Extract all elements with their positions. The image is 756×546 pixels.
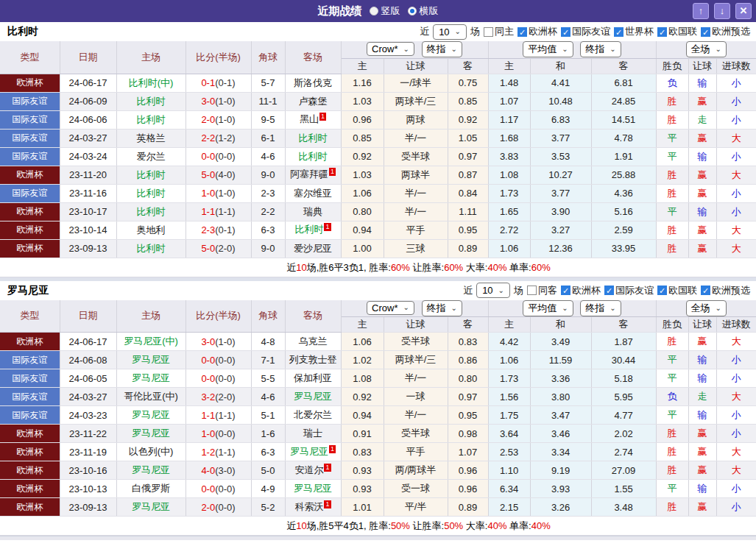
score-cell: 1-0(1-0)	[186, 184, 251, 202]
corners-cell: 2-2	[251, 202, 285, 221]
subcol-handicap: 让球	[384, 58, 448, 74]
date-cell: 23-10-13	[60, 480, 116, 498]
result-wdl-cell: 胜	[656, 166, 688, 184]
result-wdl-cell: 胜	[656, 110, 688, 129]
away-odds-cell: 0.89	[448, 239, 488, 258]
checkbox-icon[interactable]: ✓	[701, 286, 710, 295]
match-row: 欧洲杯23-11-22罗马尼亚1-0(0-0)1-6瑞士0.91受半球0.983…	[0, 425, 756, 443]
panel-title: 近期战绩	[318, 4, 362, 18]
subcol-result-handicap: 让球	[688, 317, 716, 333]
radio-icon[interactable]	[370, 7, 378, 15]
result-wdl-cell: 平	[656, 406, 688, 425]
radio-icon-selected[interactable]	[408, 7, 417, 15]
checkbox-icon[interactable]: ✓	[561, 27, 570, 37]
checkbox-icon[interactable]: ✓	[701, 27, 710, 37]
checkbox-icon[interactable]: ✓	[604, 286, 614, 295]
league-checkbox[interactable]: ✓欧洲预选	[701, 25, 750, 38]
subcol-result-goals: 进球数	[716, 317, 756, 333]
match-count-select[interactable]: 10 ⌄	[476, 283, 510, 298]
corners-cell: 9-0	[251, 239, 285, 258]
league-checkbox[interactable]: ✓欧国联	[657, 284, 697, 297]
avg-away-cell: 1.55	[591, 480, 656, 498]
checkbox-icon[interactable]: ✓	[614, 27, 623, 37]
league-checkbox[interactable]: ✓国际友谊	[561, 25, 610, 38]
odds-final-select[interactable]: 终指⌄	[422, 300, 462, 316]
odds-company-select[interactable]: Crow*⌄	[367, 42, 414, 56]
result-wdl-cell: 胜	[656, 92, 688, 110]
avg-draw-cell: 3.36	[530, 369, 591, 388]
match-row: 欧洲杯24-06-17罗马尼亚(中)3-0(1-0)4-8乌克兰1.06受半球0…	[0, 333, 756, 351]
score-cell: 4-0(3-0)	[186, 461, 251, 480]
summary-segment: 大率:	[463, 520, 487, 531]
recent-results-panel: 近期战绩 竖版 横版 ↑ ↓ ✕ 比利时 近 10 ⌄	[0, 0, 756, 540]
close-button[interactable]: ✕	[735, 3, 752, 19]
date-cell: 24-03-23	[60, 406, 116, 425]
result-handicap-cell: 走	[688, 388, 716, 406]
titlebar: 近期战绩 竖版 横版 ↑ ↓ ✕	[0, 0, 756, 22]
away-odds-cell: 1.05	[448, 129, 488, 147]
summary-segment: 单率:	[506, 520, 531, 531]
checkbox-icon[interactable]: ✓	[657, 286, 667, 295]
avg-home-cell: 1.07	[488, 92, 530, 110]
chevron-down-icon: ⌄	[610, 46, 615, 53]
home-team-cell: 奥地利	[116, 221, 186, 239]
away-team-cell: 安道尔1	[285, 461, 341, 480]
result-goals-cell: 大	[716, 166, 756, 184]
avg-away-cell: 4.36	[591, 184, 656, 202]
move-up-button[interactable]: ↑	[693, 3, 709, 19]
col-type: 类型	[0, 41, 60, 74]
same-venue-checkbox[interactable]: 同主	[484, 25, 514, 38]
checkbox-icon[interactable]: ✓	[657, 27, 667, 37]
rank-badge: 1	[324, 223, 331, 231]
radio-horizontal-layout[interactable]: 横版	[408, 4, 439, 18]
away-odds-cell: 0.89	[448, 498, 488, 517]
fulltime-select[interactable]: 全场⌄	[686, 41, 727, 57]
competition-badge: 国际友谊	[0, 184, 60, 202]
handicap-cell: 受一球	[384, 480, 448, 498]
summary-segment: 40%	[487, 520, 506, 531]
away-odds-cell: 0.83	[448, 333, 488, 351]
avg-draw-cell: 3.46	[530, 425, 591, 443]
league-checkbox[interactable]: ✓国际友谊	[604, 284, 654, 297]
match-row: 国际友谊24-03-27英格兰2-2(1-2)6-1比利时0.85半/一1.05…	[0, 129, 756, 147]
handicap-cell: 两球半/三	[384, 92, 448, 110]
avg-draw-cell: 3.34	[530, 443, 591, 461]
avg-final-select[interactable]: 终指⌄	[580, 300, 621, 316]
move-down-button[interactable]: ↓	[714, 3, 730, 19]
chevron-down-icon: ⌄	[716, 46, 721, 53]
fulltime-select[interactable]: 全场⌄	[686, 300, 727, 316]
avg-select[interactable]: 平均值⌄	[523, 300, 573, 316]
away-team-cell: 保加利亚	[285, 369, 341, 388]
avg-away-cell: 33.95	[591, 239, 656, 258]
corners-cell: 1-6	[251, 425, 285, 443]
result-handicap-cell: 赢	[688, 425, 716, 443]
odds-final-select[interactable]: 终指⌄	[422, 41, 462, 57]
checkbox-icon[interactable]	[527, 286, 537, 295]
avg-away-cell: 1.91	[591, 147, 656, 166]
checkbox-icon[interactable]: ✓	[517, 27, 527, 37]
result-goals-cell: 小	[716, 202, 756, 221]
league-checkbox[interactable]: ✓欧洲杯	[517, 25, 557, 38]
odds-company-select[interactable]: Crow*⌄	[367, 301, 414, 315]
league-checkbox[interactable]: ✓世界杯	[614, 25, 654, 38]
league-checkbox[interactable]: ✓欧洲杯	[561, 284, 601, 297]
league-checkbox[interactable]: ✓欧洲预选	[701, 284, 750, 297]
match-count-select[interactable]: 10 ⌄	[433, 24, 467, 40]
close-icon: ✕	[740, 5, 748, 16]
result-goals-cell: 小	[716, 480, 756, 498]
away-team-cell: 比利时1	[285, 221, 341, 239]
checkbox-icon[interactable]: ✓	[561, 286, 570, 295]
checkbox-icon[interactable]	[484, 27, 493, 37]
avg-home-cell: 1.06	[488, 351, 530, 369]
away-odds-cell: 0.92	[448, 110, 488, 129]
result-wdl-cell: 胜	[656, 333, 688, 351]
avg-final-select[interactable]: 终指⌄	[580, 41, 621, 57]
avg-draw-cell: 9.19	[530, 461, 591, 480]
league-label: 世界杯	[625, 25, 654, 38]
avg-select[interactable]: 平均值⌄	[523, 41, 573, 57]
radio-vertical-layout[interactable]: 竖版	[370, 4, 400, 18]
league-checkbox[interactable]: ✓欧国联	[657, 25, 697, 38]
same-venue-checkbox[interactable]: 同客	[527, 284, 557, 297]
away-odds-cell: 0.98	[448, 425, 488, 443]
team-section-belgium: 比利时 近 10 ⌄ 场 同主 ✓欧洲杯✓国际友谊✓世界杯✓欧国联✓欧洲预选	[0, 22, 756, 277]
